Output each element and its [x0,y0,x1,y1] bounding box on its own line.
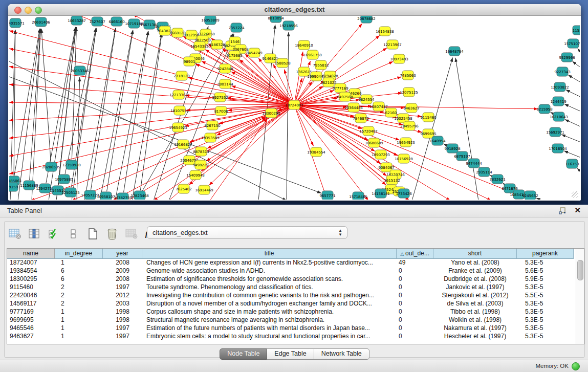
graph-node[interactable]: 9474444 [466,159,482,168]
window-resize-grip[interactable] [572,191,578,198]
graph-node[interactable]: 1733426 [396,189,412,198]
table-row[interactable]: 969969511998Structural magnetic resonanc… [7,316,576,324]
table-settings-button[interactable] [8,227,22,241]
network-window-titlebar[interactable]: citations_edges.txt [8,4,581,16]
graph-node[interactable]: 6466160 [108,17,124,26]
graph-node[interactable]: 20053346 [71,66,89,75]
tab-node-table[interactable]: Node Table [220,348,267,360]
table-vertical-scrollbar[interactable] [576,249,584,344]
table-row[interactable]: 1456911722003Disruption of a novel membe… [7,300,576,308]
graph-node[interactable]: 11517 [573,26,580,35]
show-column-button[interactable] [27,227,41,241]
graph-node[interactable]: 98901 [184,57,195,66]
table-row[interactable]: 946554611997Estimation of the future num… [7,324,576,333]
column-header-short[interactable]: short [433,249,517,259]
graph-node[interactable]: 10973493 [390,54,408,63]
column-header-out-de-[interactable]: △out_de... [397,249,433,259]
scrollbar-thumb[interactable] [577,260,583,280]
table-selector-dropdown[interactable]: citations_edges.txt ▲▼ [147,226,347,239]
graph-node[interactable]: 16961758 [303,50,322,59]
row-height-button[interactable] [66,227,80,241]
table-row[interactable]: 911546021997Tourette syndrome. Phenomeno… [7,283,576,292]
network-window[interactable]: citations_edges.txt 14035571206914061065… [8,4,581,201]
graph-node[interactable]: 1615132 [384,176,400,185]
graph-node[interactable]: 17016504 [549,144,567,153]
graph-node[interactable]: 9227343 [554,67,570,76]
graph-node[interactable]: 6497568 [337,92,353,101]
column-header-pagerank[interactable]: pagerank [517,249,574,259]
graph-node[interactable]: 9657771 [319,191,335,200]
graph-node[interactable]: 9242848 [217,64,233,73]
graph-node[interactable]: 10807487 [369,102,388,111]
graph-node[interactable]: 19654923 [397,138,415,147]
tab-network-table[interactable]: Network Table [314,348,369,360]
graph-node[interactable]: 8267150 [204,121,220,130]
graph-node[interactable]: 19384554 [307,147,325,157]
graph-node[interactable]: 12213363 [169,90,188,99]
column-header-year[interactable]: year [103,249,142,259]
graph-node[interactable]: 9175685 [226,51,242,60]
graph-node[interactable]: 9115460 [420,113,436,122]
delete-trash-button[interactable] [105,227,119,241]
network-canvas[interactable]: 1403557120691406106532871527607646616010… [9,16,580,200]
graph-node[interactable]: 16154838 [376,27,394,36]
graph-node[interactable]: 8878314 [193,147,209,156]
graph-node[interactable]: 8927552 [212,93,228,102]
graph-node[interactable]: 19654923 [169,123,187,132]
graph-node[interactable]: 18107554 [170,106,189,115]
graph-node[interactable]: 20364486 [344,103,363,112]
graph-node[interactable]: 9245652 [522,191,538,200]
graph-node[interactable]: 18353589 [201,133,220,142]
graph-node[interactable]: 18907293 [372,150,390,159]
graph-node[interactable]: 1621022 [320,78,336,87]
column-header-title[interactable]: title [142,249,397,259]
graph-node[interactable]: 6879197 [454,151,470,161]
graph-node[interactable]: 15718485 [349,192,367,200]
graph-node[interactable]: 8454749 [246,48,262,57]
graph-node[interactable]: 2935114 [476,167,492,177]
graph-node[interactable]: 8186328 [209,40,225,49]
graph-node[interactable]: 16648784 [445,47,464,56]
graph-node[interactable]: 7357224 [228,23,245,32]
graph-node[interactable]: 1527607 [89,17,105,26]
table-row[interactable]: 2242004622012Investigating the contribut… [7,292,576,300]
graph-node[interactable]: 18640910 [295,40,313,50]
graph-node[interactable]: 8215958 [536,104,552,114]
graph-node[interactable]: 1640954 [429,136,446,145]
graph-node[interactable]: 7846872 [353,114,368,123]
graph-node[interactable]: 7485063 [400,71,416,80]
graph-node[interactable]: 9463627 [403,103,419,113]
graph-node[interactable]: 12359928 [62,160,81,169]
node-table-grid[interactable]: namein_degreeyeartitle△out_de...shortpag… [7,249,576,344]
table-row[interactable]: 977716911998Corpus callosum shape and si… [7,308,576,316]
graph-node[interactable]: 12075125 [400,87,418,97]
graph-node[interactable]: 20878682 [357,16,376,23]
graph-node[interactable]: 2718120 [173,71,189,80]
float-panel-icon[interactable] [558,207,567,215]
graph-node[interactable]: 12213967 [383,40,402,49]
graph-node[interactable]: 62160 [385,108,397,117]
graph-node[interactable]: 20691406 [32,17,50,27]
graph-node[interactable]: 15751074 [564,39,580,48]
graph-node[interactable]: 7832621 [489,174,505,184]
graph-node[interactable]: 16053809 [201,16,220,25]
graph-node[interactable]: 10975887 [55,174,73,184]
graph-node[interactable]: 14035571 [9,18,25,28]
table-row[interactable]: 1830029562008Estimation of significance … [7,275,576,283]
graph-node[interactable]: 16914469 [195,185,213,194]
graph-node[interactable]: 99159 [9,182,18,191]
column-header-name[interactable]: name [7,249,55,259]
close-panel-icon[interactable]: ✕ [574,206,581,215]
graph-node[interactable]: 7955812 [313,60,329,70]
graph-node[interactable]: 19218596 [279,21,298,30]
table-row[interactable]: 1938455462009Genome-wide association stu… [7,267,576,275]
graph-node[interactable]: 1244419 [550,97,566,106]
graph-node[interactable]: 9777169 [332,83,348,93]
graph-node[interactable]: 7625402 [176,184,191,193]
graph-node[interactable]: 1588528 [274,58,290,68]
citation-network-graph[interactable]: 1403557120691406106532871527607646616010… [9,16,580,200]
graph-node[interactable]: 9498222 [192,160,208,169]
graph-node[interactable]: 817008 [214,106,228,116]
table-row[interactable]: 1872400712008Changes of HCN gene express… [7,259,576,267]
column-header-in-degree[interactable]: in_degree [55,249,103,259]
